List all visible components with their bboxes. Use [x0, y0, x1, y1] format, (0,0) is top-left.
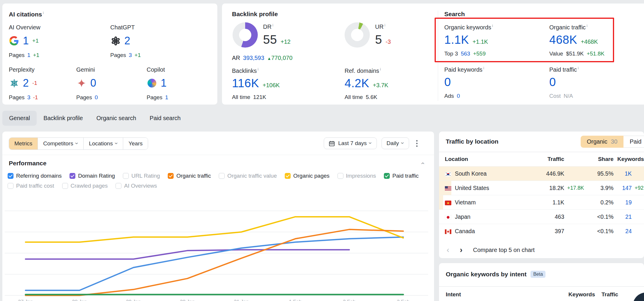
backlinks-value[interactable]: 116K: [232, 77, 259, 90]
filter-row: Metrics Competitors› Locations› Years La…: [2, 132, 434, 155]
prev-page-button[interactable]: ‹: [447, 246, 449, 254]
info-icon[interactable]: i: [483, 66, 484, 70]
info-icon[interactable]: i: [43, 11, 44, 15]
location-keywords-link[interactable]: 24: [614, 228, 632, 235]
info-icon[interactable]: i: [272, 23, 273, 27]
location-share: 0.2%: [588, 199, 614, 206]
metric-checkbox-referring-domains[interactable]: Referring domains: [8, 173, 62, 179]
tab-general[interactable]: General: [2, 111, 37, 126]
location-row-vietnam[interactable]: Vietnam1.1K0.2%19: [439, 195, 644, 209]
locations-dropdown[interactable]: Locations›: [83, 138, 123, 149]
metric-checkboxes: Referring domainsDomain RatingURL Rating…: [8, 173, 418, 189]
backlinks-metric: Backlinksi 116K+106K All time121K: [232, 67, 280, 100]
dr-metric: DRi 55+12: [263, 23, 291, 47]
performance-title: Performance: [9, 160, 46, 167]
pages-count[interactable]: 3: [27, 94, 30, 101]
triangle-up-icon: ▲: [267, 56, 271, 61]
ai-citations-title: AI citationsi: [9, 11, 44, 18]
paid-keywords-value[interactable]: 0: [444, 75, 451, 89]
ar-value[interactable]: 393,593: [243, 55, 264, 61]
location-keywords-link[interactable]: 1K: [614, 170, 632, 177]
ai-citation-count[interactable]: 1: [23, 35, 29, 47]
more-options-button[interactable]: [414, 138, 420, 149]
tab-organic-search[interactable]: Organic search: [90, 111, 143, 126]
location-keywords-link[interactable]: 147: [614, 185, 632, 191]
location-keywords-link[interactable]: 21: [614, 213, 632, 220]
metric-checkbox-organic-pages[interactable]: Organic pages: [285, 173, 330, 179]
location-row-south-korea[interactable]: South Korea446.9K95.5%1K: [439, 166, 644, 181]
competitors-dropdown[interactable]: Competitors›: [38, 138, 83, 149]
metric-checkbox-ai-overviews[interactable]: AI Overviews: [116, 183, 157, 189]
ai-tile-label: Copilot: [147, 66, 168, 73]
metric-checkbox-crawled-pages[interactable]: Crawled pages: [62, 183, 108, 189]
chevron-down-icon: ›: [368, 142, 374, 144]
info-icon[interactable]: i: [380, 67, 381, 71]
next-page-button[interactable]: ›: [460, 246, 462, 254]
metric-checkbox-impressions[interactable]: Impressions: [338, 173, 376, 179]
location-row-united-states[interactable]: United States18.2K+17.8K3.9%147+92: [439, 181, 644, 195]
years-button[interactable]: Years: [123, 138, 148, 149]
metric-checkbox-organic-traffic-value[interactable]: Organic traffic value: [219, 173, 277, 179]
calendar-icon: [329, 140, 335, 147]
metrics-button[interactable]: Metrics: [9, 138, 38, 149]
flag-icon-ca: [445, 229, 451, 233]
ai-tile-chatgpt: ChatGPT2Pages3+1: [110, 24, 141, 58]
compare-top5-link[interactable]: Compare top 5 on chart: [473, 247, 535, 253]
ai-citation-count[interactable]: 2: [23, 77, 29, 89]
svg-text:29 Jan: 29 Jan: [126, 299, 141, 301]
ai-tile-gemini: Gemini0Pages0: [76, 66, 98, 101]
location-share: 3.9%: [588, 185, 614, 191]
location-keywords-link[interactable]: 19: [614, 199, 632, 206]
ur-value: 5: [375, 33, 382, 47]
annotation-red-box: [435, 18, 614, 62]
chart-line-referring-domains: [26, 237, 403, 290]
overview-tabs: GeneralBacklink profileOrganic searchPai…: [2, 110, 187, 126]
ai-citation-count[interactable]: 1: [161, 77, 167, 89]
ur-delta: -3: [386, 38, 391, 45]
location-row-canada[interactable]: Canada397<0.1%24: [439, 224, 644, 238]
location-row-japan[interactable]: Japan463<0.1%21: [439, 209, 644, 224]
metric-checkbox-url-rating[interactable]: URL Rating: [123, 173, 160, 179]
granularity-dropdown[interactable]: Daily›: [382, 137, 409, 149]
dr-donut-gauge: [233, 22, 258, 48]
metric-checkbox-paid-traffic-cost[interactable]: Paid traffic cost: [8, 183, 54, 189]
toggle-organic[interactable]: Organic30: [581, 136, 623, 148]
paid-traffic-value[interactable]: 0: [549, 75, 556, 89]
ai-tile-perplexity: Perplexity2-1Pages3-1: [9, 66, 38, 101]
toggle-paid[interactable]: Paid0: [623, 136, 644, 148]
chatgpt-icon: [110, 36, 121, 46]
ai-tile-label: AI Overview: [9, 24, 40, 31]
date-range-dropdown[interactable]: Last 7 days›: [324, 137, 377, 149]
ai-citation-count[interactable]: 2: [124, 35, 130, 47]
performance-line-chart[interactable]: 27 Jan28 Jan29 Jan30 Jan31 Jan1 Feb2 Feb…: [2, 194, 432, 301]
traffic-by-location-title: Traffic by location: [446, 138, 499, 145]
ai-citation-delta: -1: [32, 80, 37, 86]
location-share: <0.1%: [588, 213, 614, 220]
ai-citation-count[interactable]: 0: [90, 77, 96, 89]
info-icon[interactable]: i: [384, 23, 385, 27]
metric-checkbox-paid-traffic[interactable]: Paid traffic: [384, 173, 418, 179]
pages-count[interactable]: 1: [165, 94, 168, 101]
svg-text:28 Jan: 28 Jan: [72, 299, 87, 301]
chevron-down-icon: ›: [400, 142, 406, 144]
tab-paid-search[interactable]: Paid search: [143, 111, 187, 126]
location-traffic: 446.9K: [531, 170, 564, 177]
pages-count[interactable]: 1: [27, 52, 30, 58]
location-traffic: 397: [531, 228, 564, 235]
location-traffic: 463: [531, 213, 564, 220]
tab-backlink-profile[interactable]: Backlink profile: [37, 111, 90, 126]
search-title: Search: [444, 11, 465, 18]
location-name: Vietnam: [455, 199, 531, 206]
metric-checkbox-domain-rating[interactable]: Domain Rating: [70, 173, 115, 179]
location-traffic-delta: +17.8K: [564, 185, 588, 191]
info-icon[interactable]: i: [257, 67, 258, 71]
info-icon[interactable]: i: [578, 66, 579, 70]
collapse-section-button[interactable]: ›: [419, 162, 426, 164]
pages-count[interactable]: 0: [95, 94, 98, 101]
location-pagination: ‹ › Compare top 5 on chart: [447, 246, 535, 254]
pages-count[interactable]: 3: [129, 52, 132, 58]
svg-text:2 Feb: 2 Feb: [343, 299, 355, 301]
ref-domains-metric: Ref. domainsi 4.2K+3.7K All time5.6K: [345, 67, 388, 100]
ref-domains-value[interactable]: 4.2K: [345, 77, 369, 90]
metric-checkbox-organic-traffic[interactable]: Organic traffic: [168, 173, 211, 179]
